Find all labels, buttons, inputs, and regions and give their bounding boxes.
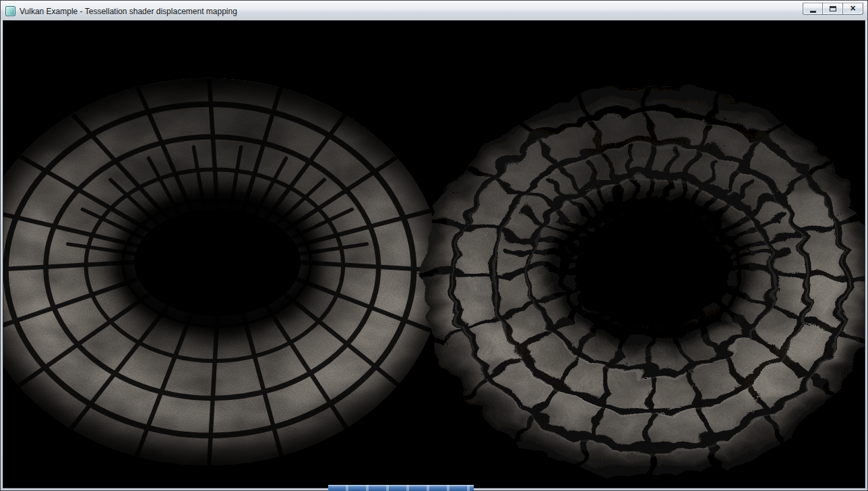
render-scene bbox=[3, 21, 865, 488]
maximize-button[interactable] bbox=[823, 3, 843, 15]
taskbar-sliver[interactable] bbox=[328, 485, 474, 491]
app-icon bbox=[5, 6, 16, 16]
close-button[interactable]: × bbox=[843, 3, 863, 15]
window-titlebar[interactable]: Vulkan Example - Tessellation shader dis… bbox=[1, 1, 867, 20]
screen: Vulkan Example - Tessellation shader dis… bbox=[0, 0, 868, 491]
maximize-icon bbox=[830, 6, 836, 11]
render-viewport[interactable] bbox=[3, 20, 865, 488]
app-window: Vulkan Example - Tessellation shader dis… bbox=[0, 0, 868, 491]
close-icon: × bbox=[850, 3, 855, 13]
minimize-button[interactable] bbox=[803, 3, 823, 15]
torus-displaced bbox=[399, 59, 865, 488]
minimize-icon bbox=[810, 11, 816, 13]
torus-flat bbox=[3, 58, 462, 486]
window-controls: × bbox=[803, 3, 863, 15]
window-title: Vulkan Example - Tessellation shader dis… bbox=[20, 6, 237, 16]
